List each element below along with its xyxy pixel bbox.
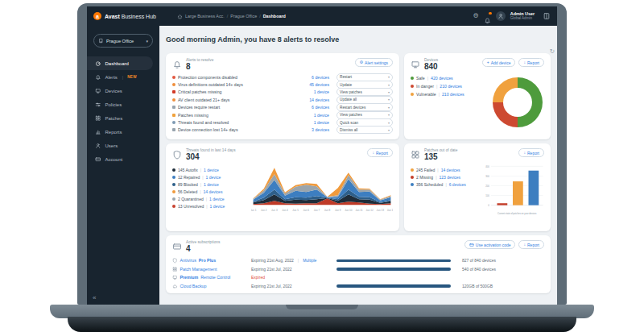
alert-action-select[interactable]: Restart devices▾ xyxy=(336,103,393,111)
use-activation-code-button[interactable]: Use activation code xyxy=(464,240,516,249)
avatar[interactable] xyxy=(496,11,506,21)
sidebar-item-account[interactable]: Account xyxy=(87,152,153,166)
legend-label: 89 Blocked xyxy=(178,182,198,187)
subscription-name-link[interactable]: Premium Remote Control xyxy=(172,275,251,280)
sidebar-collapse-button[interactable]: « xyxy=(93,294,96,301)
alert-devices-link[interactable]: 1 device xyxy=(314,120,329,125)
notifications-bell-icon[interactable] xyxy=(484,13,491,20)
sidebar-item-patches[interactable]: Patches xyxy=(87,111,153,125)
alert-row: Devices require restart6 devicesRestart … xyxy=(172,104,393,111)
user-icon xyxy=(95,143,101,149)
protection-disabled-icon xyxy=(172,76,175,79)
legend-devices-link[interactable]: 210 devices xyxy=(442,92,464,97)
legend-dot xyxy=(411,183,414,186)
alert-devices-link[interactable]: 45 devices xyxy=(309,82,329,87)
x-axis-label: Jun 8 xyxy=(324,209,331,213)
legend-devices-link[interactable]: 1 device xyxy=(204,168,219,172)
legend-devices-link[interactable]: 210 devices xyxy=(440,84,462,89)
sidebar-item-alerts[interactable]: Alerts|NEW xyxy=(87,70,153,84)
expiry-text: Expiring 21st Jul, 2022 xyxy=(251,284,292,288)
sidebar-item-dashboard[interactable]: Dashboard xyxy=(87,56,153,70)
org-selector-label: Prague Office xyxy=(106,39,134,44)
card-icon xyxy=(95,156,101,163)
alert-action-select[interactable]: Dismiss all▾ xyxy=(336,126,393,134)
add-device-button[interactable]: +Add device xyxy=(482,58,516,67)
breadcrumb-item-dashboard[interactable]: Dashboard xyxy=(263,14,286,19)
subscription-row: Patch ManagementExpiring 21st Jul, 20225… xyxy=(172,265,544,274)
page-greeting: Good morning Admin, you have 8 alerts to… xyxy=(166,35,551,44)
legend-item-blocked: 89 Blocked|1 device xyxy=(172,181,246,188)
alert-devices-link[interactable]: 6 devices xyxy=(312,75,329,80)
devices-donut-chart xyxy=(493,77,543,127)
sidebar-item-users[interactable]: Users xyxy=(87,139,153,152)
legend-label: 356 Scheduled xyxy=(416,182,443,187)
breadcrumb-item-prague-office[interactable]: Prague Office xyxy=(230,14,257,19)
sidebar-item-label: Users xyxy=(105,143,118,148)
chevron-down-icon: ▾ xyxy=(388,75,390,79)
expiry-text: Expired xyxy=(251,275,265,280)
workspace-icon[interactable] xyxy=(543,12,551,20)
legend-separator: | xyxy=(437,168,438,172)
critical-patches-icon xyxy=(172,90,175,93)
alert-devices-link[interactable]: 3 devices xyxy=(312,127,329,132)
sidebar-item-label: Dashboard xyxy=(105,61,129,66)
breadcrumb-item-large-business-acc-[interactable]: Large Business Acc. xyxy=(185,14,225,19)
alert-devices-link[interactable]: 14 devices xyxy=(309,98,329,102)
devices-report-button[interactable]: ↓Report xyxy=(518,58,544,67)
gear-icon[interactable]: ⚙ xyxy=(473,13,479,19)
refresh-icon[interactable]: ↻ xyxy=(550,48,555,55)
alert-devices-link[interactable]: 1 device xyxy=(314,89,329,94)
legend-devices-link[interactable]: 6 devices xyxy=(449,182,466,187)
x-axis-label: Jun 12 xyxy=(365,209,373,213)
subscription-usage-bar xyxy=(336,259,451,263)
chevron-down-icon: ▾ xyxy=(388,128,390,132)
subscription-usage-text: 827 of 840 devices xyxy=(451,258,544,263)
chevron-down-icon: ▾ xyxy=(388,90,390,94)
patches-card: Patches out of date 135 ↓Report 245 Fail… xyxy=(404,143,551,231)
legend-separator: | xyxy=(436,84,437,89)
subscriptions-report-button[interactable]: ↓Report xyxy=(518,240,544,249)
alert-action-select[interactable]: View patches▾ xyxy=(336,88,393,96)
name-segment: Remote Control xyxy=(200,275,230,280)
legend-devices-link[interactable]: 123 devices xyxy=(439,175,460,180)
legend-separator: | xyxy=(206,204,207,209)
sidebar-item-reports[interactable]: Reports xyxy=(87,125,153,139)
alert-action-value: Update xyxy=(340,83,352,87)
grid4-icon xyxy=(95,115,101,122)
alert-devices-link[interactable]: 1 device xyxy=(314,113,329,118)
subscription-name-link[interactable]: Patch Management xyxy=(172,267,251,272)
legend-devices-link[interactable]: 1 device xyxy=(204,182,219,187)
sidebar-item-devices[interactable]: Devices xyxy=(87,84,153,98)
legend-dot xyxy=(411,168,414,172)
subscription-name-link[interactable]: Cloud Backup xyxy=(172,284,251,289)
download-icon: ↓ xyxy=(523,151,526,155)
multiple-link[interactable]: Multiple xyxy=(303,258,316,263)
legend-separator: | xyxy=(445,182,446,187)
top-bar: a Avast Business Hub Large Business Acc.… xyxy=(87,6,557,26)
legend-label: 2 Missing xyxy=(416,175,433,180)
patches-icon xyxy=(411,150,420,160)
subscription-name-link[interactable]: Antivirus Pro Plus xyxy=(172,258,251,264)
monitor-icon xyxy=(95,88,101,94)
legend-devices-link[interactable]: 14 devices xyxy=(204,189,223,194)
legend-separator: | xyxy=(436,175,436,180)
legend-item-failed: 245 Failed|14 devices xyxy=(411,166,478,173)
y-axis-tick: 200 xyxy=(485,185,489,189)
alert-devices-link[interactable]: 6 devices xyxy=(312,105,329,110)
legend-item-repaired: 12 Repaired|1 device xyxy=(172,173,246,181)
legend-devices-link[interactable]: 420 devices xyxy=(431,76,453,81)
legend-devices-link[interactable]: 14 devices xyxy=(441,168,460,172)
x-axis-label: Jun 10 xyxy=(345,209,352,213)
user-menu[interactable]: Admin User Global Admin xyxy=(510,11,535,20)
y-axis-tick: 300 xyxy=(485,174,489,178)
org-selector-dropdown[interactable]: Prague Office ▾ xyxy=(93,34,153,48)
patches-report-button[interactable]: ↓Report xyxy=(518,148,544,157)
legend-devices-link[interactable]: 1 device xyxy=(206,175,221,180)
sidebar-item-policies[interactable]: Policies xyxy=(87,98,153,111)
threats-report-button[interactable]: ↓Report xyxy=(367,148,393,157)
legend-devices-link[interactable]: 1 device xyxy=(210,204,225,209)
alert-settings-button[interactable]: ⚙Alert settings xyxy=(355,58,393,67)
subscriptions-card-title: Active subscriptions xyxy=(186,240,220,244)
alert-label: Threats found and resolved xyxy=(178,120,229,125)
legend-devices-link[interactable]: 1 device xyxy=(209,197,225,201)
